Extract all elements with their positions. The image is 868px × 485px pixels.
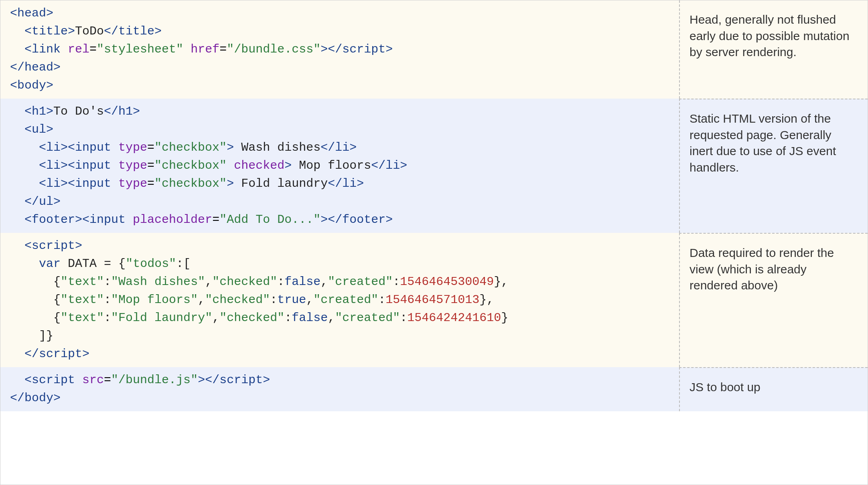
description-cell: Data required to render the view (which …	[679, 233, 868, 367]
code-cell: <script> var DATA = {"todos":[ {"text":"…	[0, 233, 679, 367]
code-cell: <script src="/bundle.js"></script> </bod…	[0, 367, 679, 411]
code-explanation-table: <head> <title>ToDo</title> <link rel="st…	[0, 0, 868, 485]
code-cell: <h1>To Do's</h1> <ul> <li><input type="c…	[0, 99, 679, 233]
table-row: <script src="/bundle.js"></script> </bod…	[0, 367, 868, 411]
table-row: <script> var DATA = {"todos":[ {"text":"…	[0, 233, 868, 367]
table-row: <head> <title>ToDo</title> <link rel="st…	[0, 0, 868, 99]
description-cell: JS to boot up	[679, 367, 868, 411]
description-cell: Head, generally not flushed early due to…	[679, 0, 868, 99]
code-cell: <head> <title>ToDo</title> <link rel="st…	[0, 0, 679, 99]
description-cell: Static HTML version of the requested pag…	[679, 99, 868, 233]
table-row: <h1>To Do's</h1> <ul> <li><input type="c…	[0, 99, 868, 233]
